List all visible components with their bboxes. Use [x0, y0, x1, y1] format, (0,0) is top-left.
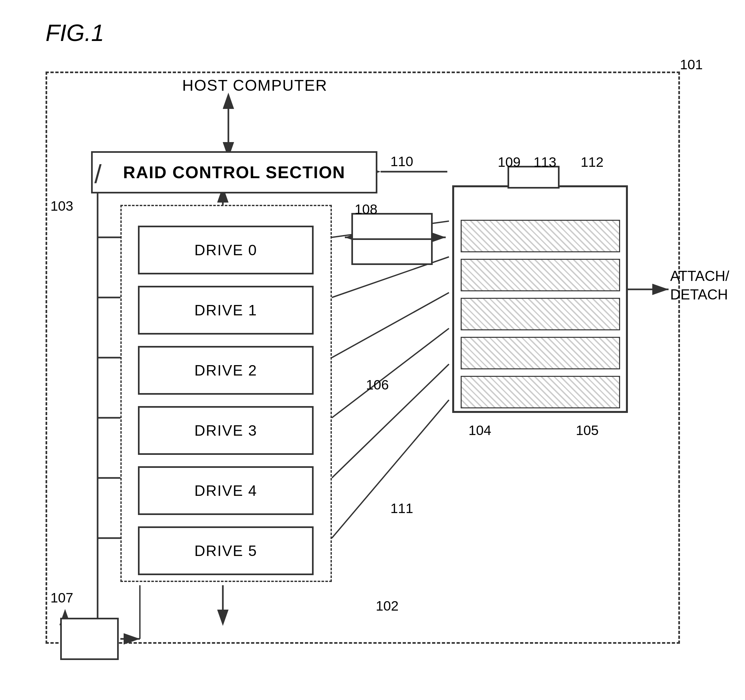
drive-0-box: DRIVE 0: [138, 225, 314, 275]
raid-control-label: RAID CONTROL SECTION: [123, 163, 345, 182]
ref-101: 101: [680, 57, 703, 73]
ref-111: 111: [390, 501, 413, 516]
page: FIG.1 HOST COMPUTER 101: [0, 0, 745, 700]
ref-113: 113: [534, 154, 556, 170]
ref-102: 102: [376, 598, 398, 614]
drive-3-box: DRIVE 3: [138, 406, 314, 455]
drive-1-box: DRIVE 1: [138, 286, 314, 334]
drive-array-box: DRIVE 0 DRIVE 1 DRIVE 2 DRIVE 3 DRIVE 4 …: [120, 205, 332, 582]
ref-110: 110: [390, 154, 413, 169]
hatch-layer-5: [461, 376, 620, 408]
drive-1-label: DRIVE 1: [194, 301, 257, 319]
hatch-layer-2: [461, 259, 620, 291]
drive-2-box: DRIVE 2: [138, 346, 314, 395]
hatch-layer-4: [461, 337, 620, 369]
drive-3-label: DRIVE 3: [194, 422, 257, 439]
hatch-layer-1: [461, 220, 620, 252]
disk-line-1: [353, 238, 392, 240]
drive-0-label: DRIVE 0: [194, 241, 257, 259]
figure-title: FIG.1: [46, 19, 104, 46]
ref-112: 112: [581, 154, 603, 170]
drive-5-box: DRIVE 5: [138, 526, 314, 575]
ref-103: 103: [51, 199, 73, 214]
drive-5-label: DRIVE 5: [194, 542, 257, 560]
component-107-box: [60, 618, 119, 660]
ref-106: 106: [366, 377, 389, 393]
disk-icon: [352, 213, 433, 265]
disk-line-2: [392, 238, 431, 240]
attach-detach-label: ATTACH/ DETACH: [670, 267, 729, 304]
drive-4-label: DRIVE 4: [194, 482, 257, 499]
ref-108: 108: [355, 201, 377, 217]
drive-2-label: DRIVE 2: [194, 361, 257, 379]
ref-105: 105: [576, 423, 598, 438]
ref-104: 104: [468, 423, 491, 438]
drive-4-box: DRIVE 4: [138, 466, 314, 515]
hatch-layer-3: [461, 298, 620, 330]
ref-109: 109: [498, 154, 521, 170]
raid-control-box: RAID CONTROL SECTION: [91, 151, 377, 194]
raid-box-slash-decoration: [93, 153, 104, 192]
removable-device-box: [452, 185, 628, 413]
ref-107: 107: [51, 590, 73, 606]
